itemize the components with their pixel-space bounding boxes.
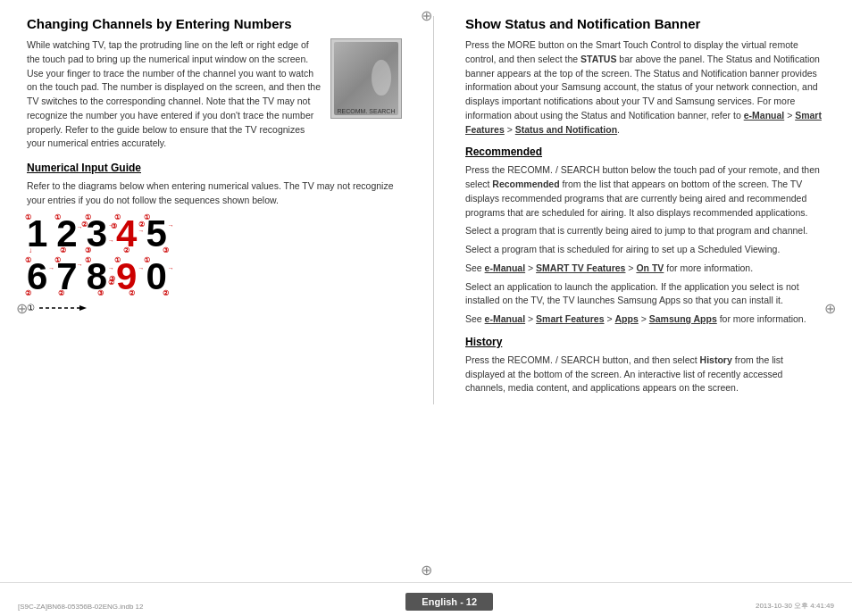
arrow-4-a: ① bbox=[114, 213, 121, 221]
arrow-5-d: ③ bbox=[163, 246, 169, 254]
footer-left-text: [S9C-ZA]BN68-05356B-02ENG.indb 12 bbox=[18, 603, 144, 611]
arrow-0-b: → bbox=[168, 265, 174, 271]
arrow-9-c: ② bbox=[129, 289, 135, 297]
arrow-4-c: ② bbox=[123, 246, 129, 254]
arrow-2-a: ① bbox=[54, 213, 61, 221]
recommended-section: Recommended Press the RECOMM. / SEARCH b… bbox=[465, 146, 825, 327]
arrow-9-b: → bbox=[138, 265, 144, 271]
digit-9: ① 9 → ② ③ bbox=[116, 258, 137, 296]
svg-marker-1 bbox=[79, 305, 87, 311]
crosshair-right-icon: ⊕ bbox=[824, 300, 836, 317]
status-section: Show Status and Notification Banner Pres… bbox=[465, 16, 825, 137]
digit-6: ① 6 → ② bbox=[27, 258, 47, 296]
arrow-8-d: ③ bbox=[97, 289, 104, 297]
footer: [S9C-ZA]BN68-05356B-02ENG.indb 12 Englis… bbox=[0, 582, 852, 616]
digit-1: ① 1 ↓ bbox=[27, 215, 47, 253]
arrow-6-a: ① bbox=[25, 256, 31, 264]
arrow-7-b: → bbox=[77, 262, 83, 268]
arrow-5-b: → bbox=[168, 222, 174, 229]
remote-image: RECOMM. SEARCH bbox=[330, 38, 402, 119]
subsection-title: Numerical Input Guide bbox=[27, 162, 402, 174]
arrow-0-c: ② bbox=[163, 289, 169, 297]
arrow-5-a: ① bbox=[144, 213, 150, 221]
left-column: Changing Channels by Entering Numbers Wh… bbox=[27, 16, 402, 404]
arrow-0-a: ① bbox=[144, 256, 150, 264]
rec-text-3: Select a program that is scheduled for a… bbox=[465, 243, 825, 257]
arrow-6-c: ② bbox=[25, 289, 31, 297]
footer-right-text: 2013-10-30 오후 4:41:49 bbox=[756, 601, 834, 611]
digit-4: ① 4 → ② ③ bbox=[116, 215, 137, 253]
crosshair-top-icon: ⊕ bbox=[421, 7, 432, 24]
arrow-9-d: ③ bbox=[109, 275, 115, 283]
digit-2: ① 2 → ② bbox=[56, 215, 77, 253]
history-title: History bbox=[465, 336, 825, 348]
arrow-4-b: → bbox=[138, 228, 144, 234]
right-column: Show Status and Notification Banner Pres… bbox=[465, 16, 825, 404]
history-text: Press the RECOMM. / SEARCH button, and t… bbox=[465, 354, 825, 395]
digit-5: ① 5 → ② ③ bbox=[146, 215, 166, 253]
status-intro: Press the MORE button on the Smart Touch… bbox=[465, 38, 825, 137]
right-main-title: Show Status and Notification Banner bbox=[465, 16, 825, 31]
remote-image-inner bbox=[334, 42, 398, 115]
rec-text-1: Press the RECOMM. / SEARCH button below … bbox=[465, 163, 825, 220]
arrow-1-start: ① bbox=[25, 213, 31, 221]
recommended-title: Recommended bbox=[465, 146, 825, 158]
column-divider bbox=[433, 16, 434, 404]
arrow-1-end: ↓ bbox=[29, 246, 32, 254]
digit-7: ① 7 → ② bbox=[56, 258, 77, 296]
digit-8: ① 8 → ② ③ bbox=[87, 258, 107, 296]
arrow-5-c: ② bbox=[138, 221, 145, 229]
intro-block: While watching TV, tap the protruding li… bbox=[27, 38, 402, 151]
arrow-3-c: → bbox=[108, 237, 114, 244]
numbers-row-1: ① 1 ↓ ① 2 → ② ① 3 → bbox=[27, 215, 402, 253]
remote-label: RECOMM. SEARCH bbox=[331, 108, 401, 114]
page: ⊕ ⊕ ⊕ ⊕ Changing Channels by Entering Nu… bbox=[0, 0, 852, 616]
intro-text: While watching TV, tap the protruding li… bbox=[27, 38, 322, 151]
crosshair-bottom-icon: ⊕ bbox=[421, 562, 432, 579]
rec-text-6: See e-Manual > Smart Features > Apps > S… bbox=[465, 312, 825, 327]
arrow-7-c: ② bbox=[58, 289, 64, 297]
numbers-row-2: ① 6 → ② ① 7 → ② ① 8 bbox=[27, 258, 402, 296]
rec-text-4: See e-Manual > SMART TV Features > On TV… bbox=[465, 262, 825, 276]
number-guide: ① 1 ↓ ① 2 → ② ① 3 → bbox=[27, 215, 402, 313]
arrow-7-a: ① bbox=[54, 256, 61, 264]
digit-0: ① 0 → ② bbox=[146, 258, 166, 296]
guide-text: Refer to the diagrams below when enterin… bbox=[27, 179, 402, 208]
arrow-8-a: ① bbox=[85, 256, 91, 264]
arrow-3-d: ② bbox=[81, 221, 88, 229]
left-main-title: Changing Channels by Entering Numbers bbox=[27, 16, 402, 31]
rec-text-5: Select an application to launch the appl… bbox=[465, 280, 825, 309]
crosshair-left-icon: ⊕ bbox=[16, 300, 28, 317]
arrow-6-b: → bbox=[48, 265, 54, 271]
arrow-3-e: ③ bbox=[85, 246, 91, 254]
dash-line-text: ① bbox=[27, 303, 35, 312]
arrow-8-b: → bbox=[108, 265, 114, 271]
arrow-2-c: ② bbox=[60, 246, 66, 254]
dash-arrow-svg bbox=[35, 303, 88, 313]
footer-page-label: English - 12 bbox=[405, 593, 493, 611]
digit-3: ① 3 → → ② ③ bbox=[87, 215, 107, 253]
dash-line: ① bbox=[27, 303, 402, 313]
rec-text-2: Select a program that is currently being… bbox=[465, 224, 825, 238]
history-section: History Press the RECOMM. / SEARCH butto… bbox=[465, 336, 825, 395]
arrow-4-d: ③ bbox=[111, 222, 117, 230]
arrow-9-a: ① bbox=[114, 256, 121, 264]
